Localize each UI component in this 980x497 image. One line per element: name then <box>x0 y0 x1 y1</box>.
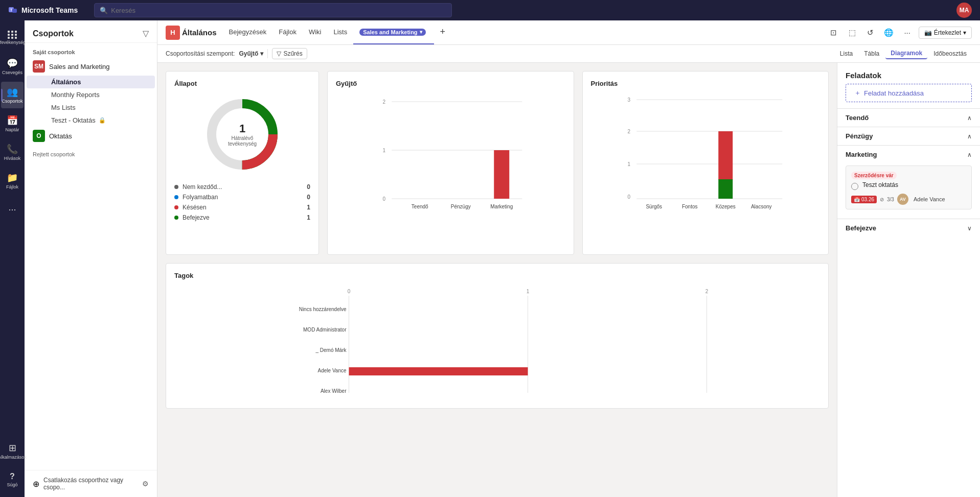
toolbar-divider <box>267 49 268 58</box>
donut-number: 1 <box>228 122 257 135</box>
svg-text:Közepes: Közepes <box>715 204 735 209</box>
donut-container: 1 Hátralévőtevékenység Nem kezdőd... 0 <box>174 93 310 221</box>
sales-marketing-tab-pill[interactable]: Sales and Marketing ▾ <box>359 29 425 36</box>
grouping-value: Gyűjtő <box>239 50 258 57</box>
section-teendo-header[interactable]: Teendő ∧ <box>837 109 980 127</box>
rail-item-calendar[interactable]: 📅 Naptár <box>1 110 24 137</box>
tags-chart-title: Tagok <box>174 272 820 279</box>
svg-text:_ Demó Márk: _ Demó Márk <box>315 347 347 353</box>
rail-label-activity: Tevékenység <box>0 40 26 45</box>
more-actions-icon[interactable]: ··· <box>900 26 915 40</box>
hidden-groups-label[interactable]: Rejtett csoportok <box>25 145 157 159</box>
grouping-label: Csoportosítási szempont: <box>166 50 235 57</box>
rail-item-chat[interactable]: 💬 Csevegés <box>1 53 24 80</box>
svg-text:Alex Wilber: Alex Wilber <box>321 388 347 394</box>
sidebar-join-group[interactable]: ⊕ Csatlakozás csoporthoz vagy csopo... ⚙ <box>25 470 157 497</box>
user-avatar[interactable]: MA <box>956 3 972 18</box>
view-lista[interactable]: Lista <box>835 49 858 59</box>
refresh-icon[interactable]: ↺ <box>863 26 878 40</box>
legend-item-1: Folyamatban 0 <box>174 194 310 201</box>
svg-text:1: 1 <box>527 289 530 294</box>
meet-expand-icon[interactable]: ⊡ <box>827 26 841 40</box>
filter-button[interactable]: ▽ Szűrés <box>272 48 307 59</box>
legend-item-3: Befejezve 1 <box>174 214 310 221</box>
settings-icon[interactable]: ⚙ <box>142 480 149 488</box>
legend-label-3: Befejezve <box>183 214 210 221</box>
channel-label-ms-lists: Ms Lists <box>51 104 76 111</box>
section-penzugy-header[interactable]: Pénzügy ∧ <box>837 127 980 145</box>
calendar-icon: 📅 <box>7 115 18 126</box>
rail-item-calls[interactable]: 📞 Hívások <box>1 139 24 165</box>
grouping-select[interactable]: Gyűjtő ▾ <box>239 50 263 57</box>
task-progress-0: ⊘ <box>880 197 884 202</box>
legend-value-1: 0 <box>307 194 310 201</box>
view-diagramok[interactable]: Diagramok <box>885 48 927 59</box>
view-tabla[interactable]: Tábla <box>859 49 884 59</box>
tab-add[interactable]: + <box>434 20 452 44</box>
svg-text:0: 0 <box>627 194 630 200</box>
svg-text:Pénzügy: Pénzügy <box>451 204 471 209</box>
tab-bejegyzesek[interactable]: Bejegyzések <box>223 20 273 44</box>
meeting-button[interactable]: 📷 Értekezlet ▾ <box>919 27 972 39</box>
search-input[interactable] <box>111 7 446 14</box>
tab-pill-label: Sales and Marketing <box>363 29 417 35</box>
tab-wiki[interactable]: Wiki <box>303 20 328 44</box>
section-marketing-chevron: ∧ <box>967 151 972 158</box>
apps-icon: ⊞ <box>9 442 16 454</box>
channel-label-monthly-reports: Monthly Reports <box>51 91 100 99</box>
priority-chart-title: Prioritás <box>591 80 821 87</box>
rail-label-apps: Alkalmazások <box>0 455 27 460</box>
svg-text:Alacsony: Alacsony <box>750 204 771 209</box>
title-bar: T Microsoft Teams 🔍 MA <box>0 0 980 20</box>
meeting-chevron: ▾ <box>963 29 966 36</box>
meeting-button-label: Értekezlet <box>934 29 961 36</box>
globe-icon[interactable]: 🌐 <box>882 26 896 40</box>
detach-icon[interactable]: ⬚ <box>845 26 859 40</box>
sidebar-group-oktatas[interactable]: O Oktatás ··· <box>27 127 155 145</box>
rail-item-grid[interactable]: Tevékenység <box>1 25 24 51</box>
task-assignee-name: Adele Vance <box>914 196 945 202</box>
tab-sales-marketing[interactable]: Sales and Marketing ▾ <box>353 20 434 44</box>
section-marketing: Marketing ∧ Szerződésre vár Teszt oktatá… <box>837 145 980 219</box>
view-buttons: Lista Tábla Diagramok Időbeosztás <box>835 48 972 59</box>
svg-text:Adele Vance: Adele Vance <box>318 368 347 373</box>
sidebar-filter-icon[interactable]: ▽ <box>143 29 149 38</box>
add-task-button[interactable]: ＋ Feladat hozzáadása <box>846 84 972 102</box>
legend-dot-1 <box>174 195 178 199</box>
sidebar-channel-monthly-reports[interactable]: Monthly Reports <box>27 88 155 101</box>
legend-dot-0 <box>174 185 178 189</box>
rail-item-files[interactable]: 📁 Fájlok <box>1 168 24 194</box>
rail-item-apps[interactable]: ⊞ Alkalmazások <box>1 438 24 464</box>
section-befejezve-header[interactable]: Befejezve ∨ <box>837 219 980 237</box>
sidebar-title: Csoportok <box>33 29 74 38</box>
legend-dot-3 <box>174 216 178 220</box>
priority-chart-card: Prioritás 3 2 1 0 <box>582 71 829 255</box>
channel-header-icon: H <box>166 26 180 40</box>
rail-label-files: Fájlok <box>6 184 18 190</box>
section-befejezve: Befejezve ∨ <box>837 219 980 237</box>
tab-lists[interactable]: Lists <box>327 20 353 44</box>
rail-label-calls: Hívások <box>4 156 21 161</box>
filter-label: Szűrés <box>283 50 302 57</box>
sidebar-group-sales-marketing[interactable]: SM Sales and Marketing ··· <box>27 57 155 76</box>
chat-icon: 💬 <box>7 58 18 69</box>
sidebar-header: Csoportok ▽ <box>25 20 157 43</box>
sidebar-channel-teszt-oktatas[interactable]: Teszt - Oktatás 🔒 <box>27 114 155 127</box>
tab-fajlok[interactable]: Fájlok <box>272 20 303 44</box>
search-box[interactable]: 🔍 <box>94 3 452 17</box>
content-area: H Általános Bejegyzések Fájlok Wiki List… <box>157 20 980 497</box>
rail-item-help[interactable]: ? Súgó <box>1 466 24 493</box>
svg-rect-30 <box>718 131 733 180</box>
task-checkbox-0[interactable] <box>851 183 858 190</box>
status-chart-title: Állapot <box>174 80 310 87</box>
right-panel-title: Feladatok <box>837 63 980 84</box>
section-marketing-header[interactable]: Marketing ∧ <box>837 146 980 163</box>
sidebar-channel-ms-lists[interactable]: Ms Lists <box>27 101 155 114</box>
right-panel: Feladatok ＋ Feladat hozzáadása Teendő ∧ … <box>837 63 980 497</box>
rail-item-teams[interactable]: 👥 Csoportok <box>1 82 24 108</box>
sidebar-channel-altalanos[interactable]: Általános <box>27 76 155 88</box>
rail-item-more[interactable]: ··· <box>1 196 24 223</box>
my-groups-label: Saját csoportok <box>25 43 157 57</box>
view-idobeosztlas[interactable]: Időbeosztás <box>928 49 972 59</box>
add-task-label: Feladat hozzáadása <box>864 89 924 97</box>
